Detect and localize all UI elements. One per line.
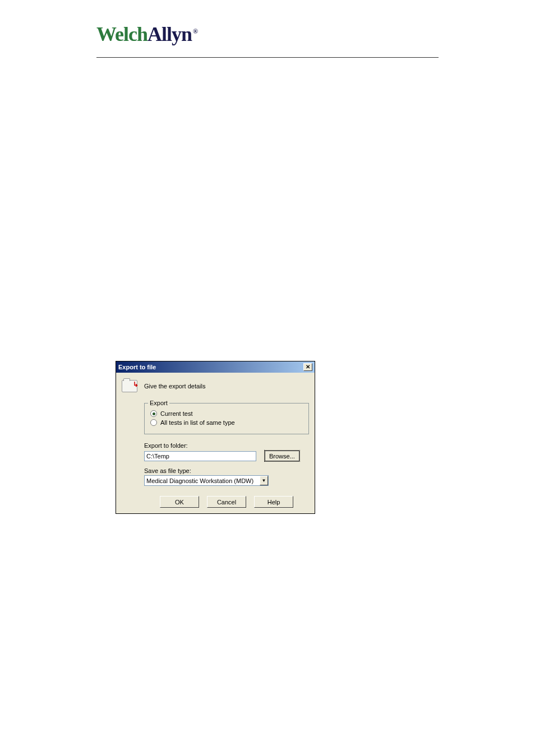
logo-part2: Allyn [147,23,192,45]
folder-input[interactable] [144,451,256,461]
export-folder-icon: ↳ [122,377,140,395]
cancel-button[interactable]: Cancel [207,496,246,508]
help-button[interactable]: Help [254,496,293,508]
dialog-title: Export to file [118,364,156,370]
brand-logo: WelchAllyn® [96,22,197,46]
radio-all-tests[interactable]: All tests in list of same type [150,419,303,426]
export-dialog: Export to file ✕ ↳ Give the export detai… [116,361,315,514]
filetype-dropdown[interactable]: Medical Diagnostic Workstation (MDW) ▼ [144,475,269,486]
folder-label: Export to folder: [144,442,309,449]
browse-button[interactable]: Browse... [264,450,300,462]
ok-button[interactable]: OK [160,496,199,508]
radio-icon [150,419,157,426]
chevron-down-icon: ▼ [260,476,268,485]
export-fieldset: Export Current test All tests in list of… [144,403,309,434]
fieldset-legend: Export [148,400,169,406]
radio-current-test[interactable]: Current test [150,410,303,417]
logo-part1: Welch [96,23,147,45]
header-divider [96,57,439,58]
radio-label-all: All tests in list of same type [160,419,235,426]
filetype-value: Medical Diagnostic Workstation (MDW) [146,477,253,484]
dialog-subtitle: Give the export details [144,383,205,389]
dialog-titlebar: Export to file ✕ [116,361,315,373]
filetype-label: Save as file type: [144,467,309,474]
radio-label-current: Current test [160,410,192,417]
logo-registered: ® [193,27,197,35]
radio-icon [150,410,157,417]
close-icon[interactable]: ✕ [303,363,312,371]
